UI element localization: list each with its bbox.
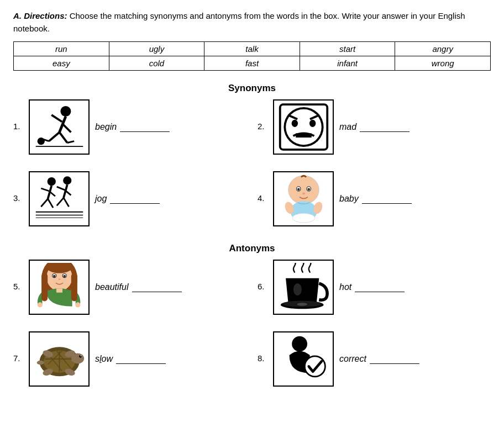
svg-line-4: [49, 133, 59, 141]
svg-point-49: [63, 275, 66, 278]
item-line-5: beautiful: [95, 282, 246, 292]
svg-line-20: [41, 188, 49, 191]
word-box-cell: ugly: [109, 42, 204, 56]
item-line-2: mad: [339, 122, 491, 132]
item-number-1: 1.: [13, 99, 23, 131]
word-box-cell: run: [14, 42, 109, 56]
item-word-7: slow: [95, 354, 113, 364]
svg-point-8: [37, 138, 44, 145]
item-word-3: jog: [95, 194, 107, 204]
directions-text: A. Directions: Choose the matching synon…: [13, 10, 491, 35]
svg-line-7: [67, 141, 74, 143]
svg-point-76: [292, 336, 307, 352]
item-number-4: 4.: [258, 171, 267, 203]
item-number-6: 6.: [258, 260, 267, 291]
item-word-6: hot: [339, 282, 351, 292]
exercise-item-4: 4.: [258, 171, 491, 226]
svg-line-28: [56, 198, 63, 205]
svg-point-37: [307, 188, 310, 191]
svg-point-42: [292, 213, 315, 223]
item-line-4: baby: [339, 194, 491, 204]
item-image-2: [273, 99, 334, 155]
word-box-table: runuglytalkstartangry easycoldfastinfant…: [13, 41, 491, 71]
exercise-item-8: 8. correct: [258, 331, 491, 387]
item-image-3: [29, 171, 90, 226]
item-number-5: 5.: [13, 260, 23, 291]
word-box-cell: fast: [204, 56, 300, 71]
answer-line-5: [132, 282, 182, 292]
svg-line-22: [41, 199, 48, 207]
exercise-item-6: 6. hot: [258, 260, 491, 315]
item-number-3: 3.: [13, 171, 23, 203]
exercise-item-3: 3.: [13, 171, 246, 226]
svg-point-74: [36, 361, 44, 365]
item-word-8: correct: [339, 354, 366, 364]
svg-line-1: [59, 117, 65, 133]
svg-point-15: [291, 120, 297, 127]
item-number-7: 7.: [13, 331, 23, 363]
item-line-8: correct: [339, 354, 491, 364]
item-word-1: begin: [95, 122, 117, 132]
item-line-6: hot: [339, 282, 491, 292]
answer-line-4: [362, 194, 412, 204]
svg-rect-75: [71, 356, 77, 361]
svg-point-48: [53, 275, 55, 278]
item-number-8: 8.: [258, 331, 267, 363]
svg-point-53: [75, 302, 80, 307]
svg-point-18: [47, 177, 55, 186]
exercise-grid: 1.: [13, 99, 491, 243]
item-word-4: baby: [339, 194, 359, 204]
svg-line-3: [63, 124, 71, 132]
svg-point-33: [288, 176, 319, 204]
svg-point-50: [58, 278, 60, 280]
item-image-8: [273, 331, 334, 387]
item-number-2: 2.: [258, 99, 267, 131]
item-line-3: jog: [95, 194, 246, 204]
svg-point-0: [60, 106, 71, 117]
exercise-grid-antonyms: 5.: [13, 260, 491, 403]
svg-point-12: [286, 109, 322, 145]
exercise-item-7: 7.: [13, 331, 246, 387]
svg-point-36: [297, 188, 300, 191]
svg-point-24: [63, 176, 71, 184]
item-word-2: mad: [339, 122, 356, 132]
svg-point-52: [37, 302, 42, 307]
svg-line-5: [59, 133, 67, 143]
answer-line-6: [355, 282, 405, 292]
svg-point-68: [79, 355, 82, 358]
answer-line-8: [370, 354, 419, 364]
svg-line-29: [64, 198, 69, 207]
svg-line-23: [48, 199, 53, 208]
word-box-cell: easy: [14, 56, 109, 71]
word-box-cell: infant: [300, 56, 395, 71]
antonyms-title: Antonyms: [13, 243, 491, 254]
svg-point-16: [309, 120, 315, 127]
answer-line-3: [110, 194, 160, 204]
word-box-cell: wrong: [395, 56, 491, 71]
svg-rect-51: [56, 288, 62, 292]
word-box-cell: start: [300, 42, 395, 56]
item-word-5: beautiful: [95, 282, 129, 292]
exercise-item-2: 2. mad: [258, 99, 491, 155]
svg-rect-17: [296, 133, 312, 138]
answer-line-2: [360, 122, 410, 132]
item-image-1: [29, 99, 90, 155]
word-box-cell: cold: [109, 56, 204, 71]
answer-line-7: [116, 354, 166, 364]
svg-point-58: [293, 283, 301, 295]
exercise-item-5: 5.: [13, 260, 246, 315]
svg-point-38: [302, 192, 305, 194]
svg-rect-54: [41, 273, 48, 302]
item-image-5: [29, 260, 90, 315]
item-image-4: [273, 171, 334, 226]
item-line-7: slow: [95, 354, 246, 364]
answer-line-1: [120, 122, 170, 132]
svg-line-2: [51, 115, 62, 122]
svg-point-59: [297, 303, 307, 306]
item-image-7: [29, 331, 90, 387]
svg-rect-55: [71, 273, 77, 302]
item-line-1: begin: [95, 122, 246, 132]
word-box-cell: talk: [204, 42, 300, 56]
synonyms-title: Synonyms: [13, 83, 491, 94]
word-box-cell: angry: [395, 42, 491, 56]
